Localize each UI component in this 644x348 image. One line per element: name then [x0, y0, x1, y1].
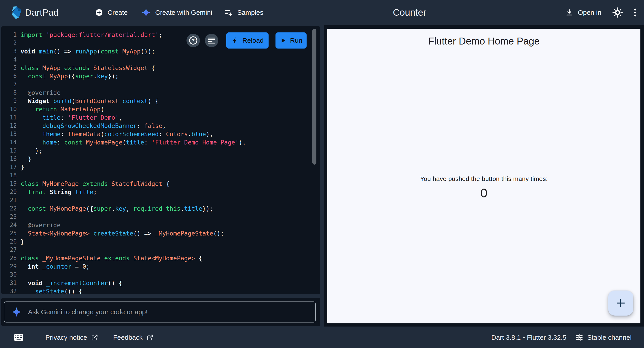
code-line: 28class _MyHomePageState extends State<M…: [1, 254, 320, 262]
tune-icon: [575, 334, 583, 342]
preview-app-bar-title: Flutter Demo Home Page: [428, 36, 540, 47]
code-line: 5class MyApp extends StatelessWidget {: [1, 64, 320, 72]
download-icon: [565, 8, 573, 16]
format-align-left-icon: [207, 36, 216, 45]
line-number: 24: [1, 221, 17, 229]
privacy-notice-label: Privacy notice: [46, 334, 87, 341]
version-label: Dart 3.8.1 • Flutter 3.32.5: [491, 334, 566, 341]
code-line: 14 home: const MyHomePage(title: 'Flutte…: [1, 138, 320, 146]
line-number: 5: [1, 64, 17, 72]
code-line: 3void main() => runApp(const MyApp());: [1, 47, 320, 56]
samples-button[interactable]: Samples: [224, 0, 264, 25]
code-line: 32 setState(() {: [1, 287, 320, 294]
open-in-button[interactable]: Open in: [565, 0, 601, 25]
format-code-button[interactable]: [205, 34, 218, 47]
code-line: 9 Widget build(BuildContext context) {: [1, 97, 320, 105]
keyboard-shortcuts-button[interactable]: [14, 327, 23, 348]
code-line: 6 const MyApp({super.key});: [1, 72, 320, 80]
line-number: 1: [1, 31, 17, 39]
code-line: 27: [1, 246, 320, 254]
code-lines: 1import 'package:flutter/material.dart';…: [1, 31, 320, 294]
editor-scrollbar-thumb[interactable]: [312, 29, 316, 164]
line-number: 20: [1, 188, 17, 196]
code-line: 26}: [1, 238, 320, 246]
help-icon: ?: [188, 36, 198, 46]
reload-button[interactable]: Reload: [226, 32, 268, 48]
gemini-prompt-input[interactable]: Ask Gemini to change your code or app!: [4, 302, 316, 322]
code-line: 19class MyHomePage extends StatefulWidge…: [1, 180, 320, 188]
line-number: 21: [1, 196, 17, 204]
line-number: 12: [1, 122, 17, 130]
gemini-placeholder: Ask Gemini to change your code or app!: [28, 308, 148, 316]
brightness-icon: [612, 7, 623, 18]
code-line: 4: [1, 56, 320, 64]
run-button[interactable]: Run: [276, 32, 306, 48]
reload-label: Reload: [242, 37, 264, 44]
code-line: 31 void _incrementCounter() {: [1, 279, 320, 287]
lightning-icon: [231, 37, 239, 44]
line-number: 23: [1, 213, 17, 221]
code-line: 2: [1, 39, 320, 47]
dartpad-app: DartPad Create Create with Gemini Samp: [0, 0, 644, 348]
code-line: 21: [1, 196, 320, 204]
counter-value: 0: [327, 186, 640, 200]
line-number: 27: [1, 246, 17, 254]
code-line: 20 final String title;: [1, 188, 320, 196]
playlist-add-icon: [224, 8, 233, 17]
code-line: 1import 'package:flutter/material.dart';: [1, 31, 320, 39]
create-button[interactable]: Create: [95, 0, 128, 25]
gemini-input-sparkle-icon: [12, 307, 22, 317]
line-number: 6: [1, 72, 17, 80]
code-line: 22 const MyHomePage({super.key, required…: [1, 204, 320, 213]
code-line: 24 @override: [1, 221, 320, 229]
line-number: 14: [1, 138, 17, 146]
flutter-app-preview: Flutter Demo Home Page You have pushed t…: [327, 29, 640, 324]
code-line: 10 return MaterialApp(: [1, 105, 320, 114]
code-line: 16 }: [1, 155, 320, 163]
code-line: 11 title: 'Flutter Demo',: [1, 114, 320, 122]
code-line: 18: [1, 171, 320, 180]
code-line: 13 theme: ThemeData(colorSchemeSeed: Col…: [1, 130, 320, 138]
line-number: 28: [1, 254, 17, 262]
play-icon: [280, 37, 286, 44]
increment-fab-button[interactable]: [608, 290, 633, 316]
privacy-notice-link[interactable]: Privacy notice: [46, 327, 98, 348]
code-line: 17}: [1, 163, 320, 171]
line-number: 26: [1, 238, 17, 246]
line-number: 29: [1, 262, 17, 270]
overflow-menu-button[interactable]: [630, 7, 640, 18]
line-number: 17: [1, 163, 17, 171]
preview-container: Flutter Demo Home Page You have pushed t…: [324, 25, 644, 326]
line-number: 10: [1, 105, 17, 114]
panel-splitter[interactable]: [320, 25, 324, 326]
line-number: 7: [1, 80, 17, 88]
add-circle-icon: [95, 8, 103, 16]
line-number: 25: [1, 229, 17, 238]
line-number: 4: [1, 56, 17, 64]
open-in-label: Open in: [578, 9, 601, 16]
samples-label: Samples: [237, 9, 264, 16]
line-number: 3: [1, 47, 17, 56]
open-in-new-icon: [147, 334, 154, 341]
create-with-gemini-button[interactable]: Create with Gemini: [141, 0, 212, 25]
gemini-panel: Ask Gemini to change your code or app!: [1, 298, 320, 326]
dartpad-logo-icon: [10, 6, 24, 19]
line-number: 30: [1, 270, 17, 279]
kebab-menu-icon: [630, 7, 640, 18]
line-number: 11: [1, 114, 17, 122]
channel-selector-button[interactable]: Stable channel: [575, 327, 632, 348]
line-number: 16: [1, 155, 17, 163]
theme-brightness-button[interactable]: [612, 7, 624, 18]
status-bar: Privacy notice Feedback Dart 3.8.1 • Flu…: [0, 327, 644, 348]
code-line: 25 State<MyHomePage> createState() => _M…: [1, 229, 320, 238]
code-line: 8 @override: [1, 88, 320, 97]
app-header: DartPad Create Create with Gemini Samp: [0, 0, 644, 25]
help-button[interactable]: ?: [186, 34, 200, 47]
counter-caption: You have pushed the button this many tim…: [327, 175, 640, 182]
code-editor[interactable]: 1import 'package:flutter/material.dart';…: [1, 26, 320, 294]
create-label: Create: [108, 9, 128, 16]
preview-app-bar: Flutter Demo Home Page: [327, 29, 640, 54]
line-number: 18: [1, 171, 17, 180]
feedback-link[interactable]: Feedback: [113, 327, 154, 348]
line-number: 2: [1, 39, 17, 47]
